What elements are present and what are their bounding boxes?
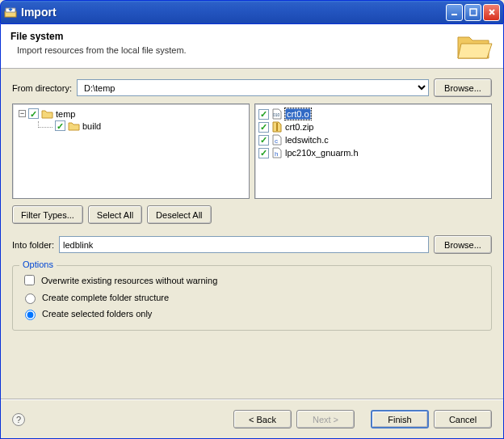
file-checkbox[interactable] [258,109,269,120]
list-item[interactable]: cledswitch.c [258,133,488,146]
filter-types-button[interactable]: Filter Types... [12,205,83,224]
import-wizard-icon [4,6,17,19]
overwrite-label: Overwrite existing resources without war… [41,276,217,285]
tree-checkbox[interactable] [55,120,65,131]
cancel-button[interactable]: Cancel [434,410,492,428]
tree-item-label: build [82,121,101,131]
tree-checkbox[interactable] [28,108,39,119]
hfile-icon: h [271,147,283,158]
binfile-icon: 010 [271,108,283,120]
page-description: Import resources from the local file sys… [17,45,455,55]
tree-item-label: temp [56,109,75,119]
svg-rect-4 [276,123,278,131]
overwrite-checkbox[interactable] [24,275,35,285]
selected-only-radio[interactable] [25,310,36,320]
svg-rect-2 [470,9,477,15]
svg-rect-1 [452,14,457,15]
deselect-all-button[interactable]: Deselect All [147,205,211,224]
file-checkbox[interactable] [258,148,269,158]
file-checkbox[interactable] [258,122,269,133]
into-folder-input[interactable] [59,236,429,253]
file-list[interactable]: 010crt0.ocrt0.zipcledswitch.chlpc210x_gn… [254,103,492,199]
file-label: crt0.zip [285,122,313,132]
options-group: Options Overwrite existing resources wit… [12,265,492,331]
from-directory-combo[interactable]: D:\temp [77,79,429,96]
list-item[interactable]: crt0.zip [258,120,488,133]
svg-text:c: c [275,137,278,145]
window-title: Import [21,6,446,19]
into-folder-label: Into folder: [12,240,54,250]
next-button: Next > [296,410,355,428]
file-label: lpc210x_gnuarm.h [285,148,359,158]
browse-from-button[interactable]: Browse... [434,78,492,97]
file-checkbox[interactable] [258,135,269,146]
file-label: ledswitch.c [285,135,329,145]
list-item[interactable]: hlpc210x_gnuarm.h [258,146,488,159]
folder-icon [41,109,53,119]
selected-only-label: Create selected folders only [42,309,152,319]
file-label: crt0.o [285,108,311,120]
finish-button[interactable]: Finish [371,410,429,428]
svg-text:010: 010 [273,112,280,117]
minimize-button[interactable] [446,4,463,21]
complete-structure-label: Create complete folder structure [42,293,169,302]
select-all-button[interactable]: Select All [88,205,142,224]
title-bar[interactable]: Import [0,0,504,24]
maximize-button[interactable] [464,4,481,21]
browse-into-button[interactable]: Browse... [434,235,492,254]
tree-item[interactable]: build [16,120,246,132]
page-title: File system [10,31,455,42]
tree-item[interactable]: −temp [16,108,246,120]
close-button[interactable] [483,4,500,21]
wizard-header: File system Import resources from the lo… [1,24,503,69]
zipfile-icon [271,121,283,133]
options-legend: Options [19,260,57,269]
help-icon[interactable]: ? [12,413,25,426]
tree-expander-icon[interactable]: − [19,110,26,117]
folder-tree[interactable]: −tempbuild [12,103,250,199]
folder-icon [68,121,80,131]
cfile-icon: c [271,134,283,146]
list-item[interactable]: 010crt0.o [258,108,488,120]
svg-text:h: h [275,150,278,158]
folder-open-icon [455,31,494,61]
back-button[interactable]: < Back [233,410,292,428]
complete-structure-radio[interactable] [25,293,36,304]
from-directory-label: From directory: [12,83,72,93]
